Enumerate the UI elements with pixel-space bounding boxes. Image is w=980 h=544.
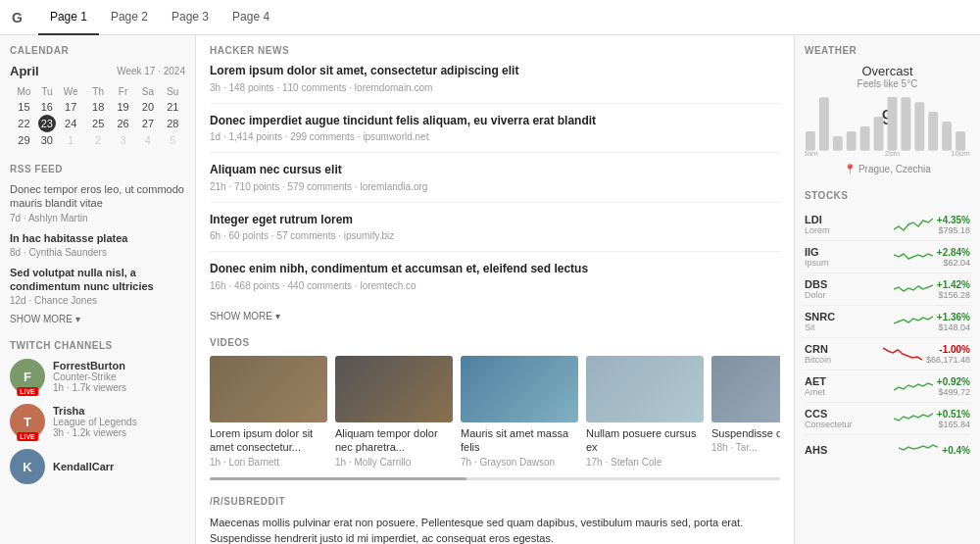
stock-item[interactable]: CRN Bitcoin -1.00% $66,171.48 [805, 338, 970, 371]
stock-info: DBS Dolor [805, 278, 890, 300]
cal-day[interactable]: 1 [56, 132, 86, 148]
calendar-header: April Week 17 · 2024 [10, 64, 185, 78]
weather-condition: Overcast [805, 64, 970, 78]
rss-item-title: In hac habitasse platea [10, 231, 185, 245]
stock-item[interactable]: IIG Ipsum +2.84% $62.04 [805, 241, 970, 273]
reddit-post: Maecenas mollis pulvinar erat non posuer… [210, 515, 780, 544]
twitch-channel-item[interactable]: T LIVE Trisha League of Legends 3h · 1.2… [10, 404, 185, 439]
cal-day[interactable]: 23 [38, 115, 56, 132]
hn-item-title[interactable]: Donec imperdiet augue tincidunt felis al… [210, 114, 780, 129]
nav-tab-page3[interactable]: Page 3 [160, 0, 220, 35]
nav-logo: G [12, 10, 23, 25]
hn-item-title[interactable]: Aliquam nec cursus elit [210, 163, 780, 178]
stock-item[interactable]: AHS +0.4% [805, 435, 970, 465]
cal-day[interactable]: 30 [38, 132, 56, 148]
nav-tab-page1[interactable]: Page 1 [38, 0, 99, 35]
stock-item[interactable]: SNRC Sit +1.36% $148.04 [805, 306, 970, 338]
video-card[interactable]: Mauris sit amet massa felis 7h · Grayson… [461, 356, 578, 468]
left-column: CALENDAR April Week 17 · 2024 Mo Tu We T… [0, 35, 196, 544]
stock-name: Lorem [805, 225, 890, 235]
live-badge: LIVE [17, 432, 38, 441]
stock-info: SNRC Sit [805, 311, 890, 332]
cal-day[interactable]: 17 [56, 99, 86, 115]
cal-day[interactable]: 4 [135, 132, 160, 148]
stock-sparkline [894, 409, 933, 428]
cal-day[interactable]: 15 [10, 99, 38, 115]
cal-day[interactable]: 21 [161, 99, 185, 115]
cal-day[interactable]: 27 [135, 115, 160, 132]
stock-name: Ipsum [805, 258, 890, 268]
stock-change: +1.42% [937, 279, 970, 290]
cal-day[interactable]: 29 [10, 132, 38, 148]
stock-change: +1.36% [937, 312, 970, 322]
stock-sparkline [899, 440, 938, 460]
cal-day[interactable]: 2 [86, 132, 111, 148]
stock-item[interactable]: AET Amet +0.92% $499.72 [805, 371, 970, 403]
cal-day[interactable]: 22 [10, 115, 38, 132]
stock-price-info: +4.35% $795.18 [937, 215, 970, 235]
cal-day[interactable]: 28 [161, 115, 185, 132]
twitch-viewers: 3h · 1.2k viewers [53, 427, 137, 438]
stock-sparkline [894, 312, 933, 331]
stock-sparkline [883, 344, 922, 364]
cal-day[interactable]: 3 [111, 132, 135, 148]
video-thumbnail [586, 356, 704, 422]
rss-show-more[interactable]: SHOW MORE ▾ [10, 314, 185, 324]
weather-location: 📍 Prague, Czechia [805, 164, 970, 174]
stock-info: AHS [805, 444, 895, 456]
cal-day[interactable]: 24 [56, 115, 86, 132]
hn-item-title[interactable]: Donec enim nibh, condimentum et accumsan… [210, 262, 780, 277]
stock-name: Dolor [805, 290, 890, 300]
nav-tab-page4[interactable]: Page 4 [220, 0, 281, 35]
twitch-channel-item[interactable]: K KendallCarr [10, 449, 185, 484]
video-card[interactable]: Suspendisse diam 18h · Tar... [711, 356, 780, 468]
calendar-week: Week 17 · 2024 [117, 66, 185, 76]
twitch-avatar-wrap: F LIVE [10, 359, 45, 394]
video-title: Suspendisse diam [711, 426, 780, 440]
main-layout: CALENDAR April Week 17 · 2024 Mo Tu We T… [0, 35, 980, 544]
stock-change: +0.51% [937, 409, 970, 420]
stock-sparkline [894, 215, 933, 234]
stock-item[interactable]: LDI Lorem +4.35% $795.18 [805, 209, 970, 241]
stock-ticker: AET [805, 375, 890, 387]
stock-ticker: CRN [805, 343, 879, 355]
rss-item-text: Donec tempor eros leo, ut commodo mauris… [10, 182, 185, 211]
right-column: WEATHER Overcast Feels like 5°C 96am2pm1… [794, 35, 980, 544]
stock-price: $795.18 [937, 225, 970, 235]
video-meta: 18h · Tar... [711, 442, 780, 453]
twitch-channel-item[interactable]: F LIVE ForrestBurton Counter-Strike 1h ·… [10, 359, 185, 394]
cal-day[interactable]: 18 [86, 99, 111, 115]
twitch-avatar: K [10, 449, 45, 484]
center-column: HACKER NEWS Lorem ipsum dolor sit amet, … [196, 35, 794, 544]
stock-price: $499.72 [937, 387, 970, 397]
stock-name: Sit [805, 322, 890, 332]
svg-text:2pm: 2pm [885, 149, 901, 156]
video-card[interactable]: Nullam posuere cursus ex 17h · Stefan Co… [586, 356, 704, 468]
hn-item-title[interactable]: Integer eget rutrum lorem [210, 213, 780, 228]
twitch-game: Counter-Strike [53, 371, 126, 382]
rss-item: Donec tempor eros leo, ut commodo mauris… [10, 182, 185, 223]
stock-sparkline [894, 247, 933, 267]
video-card[interactable]: Lorem ipsum dolor sit amet consectetur..… [210, 356, 327, 468]
twitch-name: Trisha [53, 405, 137, 417]
cal-day[interactable]: 16 [38, 99, 56, 115]
stock-info: AET Amet [805, 375, 890, 397]
stock-ticker: IIG [805, 246, 890, 258]
hn-show-more[interactable]: SHOW MORE ▾ [210, 311, 780, 321]
hn-section: HACKER NEWS Lorem ipsum dolor sit amet, … [210, 45, 780, 321]
stock-item[interactable]: CCS Consectetur +0.51% $165.84 [805, 403, 970, 435]
stock-price: $165.84 [937, 420, 970, 429]
cal-day[interactable]: 19 [111, 99, 135, 115]
stock-item[interactable]: DBS Dolor +1.42% $156.28 [805, 273, 970, 306]
hn-item-title[interactable]: Lorem ipsum dolor sit amet, consectetur … [210, 64, 780, 79]
weather-section-title: WEATHER [805, 45, 970, 56]
nav-tab-page2[interactable]: Page 2 [99, 0, 160, 35]
video-card[interactable]: Aliquam tempor dolor nec pharetra... 1h … [335, 356, 453, 468]
twitch-info: Trisha League of Legends 3h · 1.2k viewe… [53, 405, 137, 438]
cal-day[interactable]: 25 [86, 115, 111, 132]
cal-day[interactable]: 26 [111, 115, 135, 132]
svg-rect-7 [888, 97, 898, 151]
cal-day[interactable]: 5 [161, 132, 185, 148]
cal-day[interactable]: 20 [135, 99, 160, 115]
stock-ticker: SNRC [805, 311, 890, 322]
